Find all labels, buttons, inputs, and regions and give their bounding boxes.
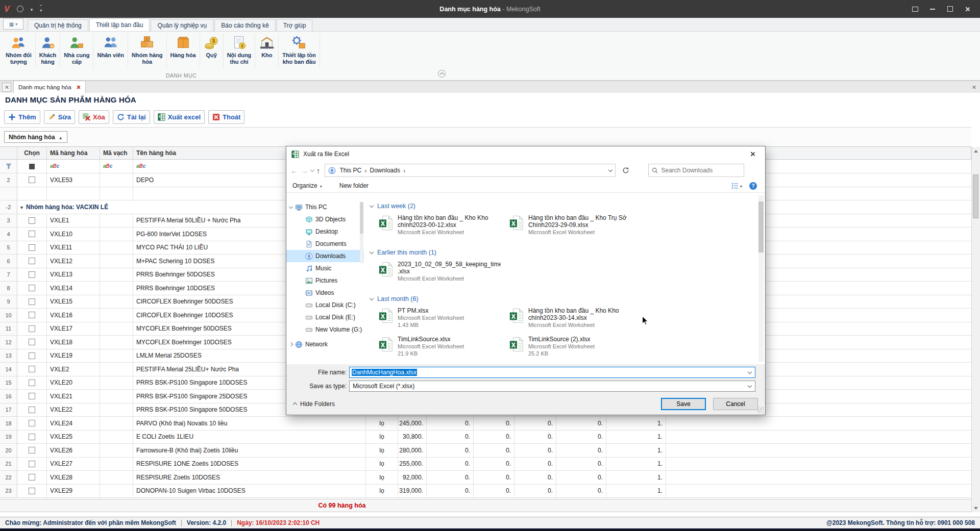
help-icon[interactable] <box>749 182 757 190</box>
row-checkbox[interactable] <box>29 461 35 467</box>
grouped-column-chip[interactable]: Nhóm hàng hóa <box>4 131 67 143</box>
ribbon-item-kh-ch-h-ng[interactable]: Khách hàng <box>36 34 61 68</box>
save-type-select[interactable]: Microsoft Excel (*.xlsx) <box>349 381 755 392</box>
tree-item-pictures[interactable]: Pictures <box>286 274 364 287</box>
ribbon-tab-b-o-c-o-th-ng-k[interactable]: Báo cáo thống kê <box>214 19 275 31</box>
grid-filter-cell[interactable] <box>47 160 100 173</box>
row-checkbox[interactable] <box>29 366 35 372</box>
search-box[interactable]: Search Downloads <box>648 164 744 177</box>
organize-button[interactable]: Organize <box>292 182 322 189</box>
tree-item-network[interactable]: Network <box>286 338 364 350</box>
grid-row-vxle27[interactable]: 21VXLE27RESPISURE 1ONE Zoetis 10DOSESlọ2… <box>0 458 971 471</box>
change-view-button[interactable] <box>731 182 742 189</box>
tabstrip-close-button[interactable] <box>972 84 976 91</box>
ribbon-tab-qu-n-l-nghi-p-v[interactable]: Quản lý nghiệp vụ <box>151 19 213 31</box>
grid-row-vxle28[interactable]: 22VXLE28RESPISURE Zoetis 10DOSESlọ92,000… <box>0 471 971 485</box>
ribbon-item-qu[interactable]: $Quỹ <box>200 34 224 68</box>
address-dropdown-icon[interactable] <box>608 167 612 171</box>
file-group-header-last-month-6[interactable]: Last month (6) <box>364 294 765 304</box>
grid-header-cell-3[interactable]: Mã vạch <box>100 147 133 159</box>
row-checkbox[interactable] <box>29 325 35 332</box>
back-button[interactable] <box>290 167 298 174</box>
fit-screen-button[interactable] <box>906 0 924 18</box>
tree-item-local-disk-e[interactable]: Local Disk (E:) <box>286 311 364 323</box>
cancel-button[interactable]: Cancel <box>713 398 758 410</box>
ribbon-tab-thi-t-l-p-ban-u[interactable]: Thiết lập ban đầu <box>89 18 150 31</box>
file-name-input[interactable]: DanhMucHangHoa.xlsx <box>349 367 755 378</box>
forward-button[interactable] <box>301 167 308 174</box>
new-folder-button[interactable]: New folder <box>339 182 369 189</box>
row-checkbox[interactable] <box>29 298 35 305</box>
chevron-down-icon[interactable] <box>31 6 33 13</box>
row-checkbox[interactable] <box>29 380 35 386</box>
row-checkbox[interactable] <box>29 339 35 345</box>
app-menu-button[interactable] <box>3 18 23 30</box>
tree-item-this-pc[interactable]: This PC <box>286 201 364 213</box>
ribbon-item-nh-m-h-ng-h-a[interactable]: Nhóm hàng hóa <box>128 34 167 68</box>
xu-t-excel-button[interactable]: Xuất excel <box>154 110 205 124</box>
row-checkbox[interactable] <box>29 176 35 183</box>
grid-vertical-scrollbar[interactable] <box>971 147 980 512</box>
ribbon-item-n-i-dung-thu-chi[interactable]: $Nội dung thu chi <box>224 34 256 68</box>
maximize-button[interactable] <box>941 0 959 18</box>
row-checkbox[interactable] <box>29 231 35 237</box>
ribbon-tab-qu-n-tr-h-th-ng[interactable]: Quản trị hệ thống <box>28 19 88 31</box>
s-a-button[interactable]: Sửa <box>44 110 75 124</box>
chevron-down-icon[interactable] <box>748 370 752 374</box>
row-checkbox[interactable] <box>29 407 35 413</box>
row-checkbox[interactable] <box>29 420 35 426</box>
recent-locations-icon[interactable] <box>310 167 314 171</box>
tho-t-button[interactable]: Thoát <box>208 110 244 124</box>
th-m-button[interactable]: Thêm <box>4 110 40 124</box>
scroll-up-icon[interactable] <box>972 147 980 155</box>
ribbon-item-h-ng-h-a[interactable]: Hàng hóa <box>167 34 200 68</box>
breadcrumb-item-this-pc[interactable]: This PC <box>339 167 363 174</box>
row-checkbox[interactable] <box>29 217 35 224</box>
refresh-icon[interactable] <box>622 167 629 174</box>
row-checkbox[interactable] <box>29 352 35 359</box>
file-list-scrollbar[interactable] <box>758 195 764 362</box>
close-tab-icon[interactable] <box>77 85 81 89</box>
select-all-checkbox[interactable] <box>29 164 35 169</box>
group-collapse-icon[interactable] <box>370 296 374 300</box>
hide-folders-button[interactable]: Hide Folders <box>293 400 335 408</box>
customize-toolbar-icon[interactable] <box>40 5 42 13</box>
x-a-button[interactable]: Xóa <box>79 110 109 124</box>
grid-filter-cell[interactable] <box>100 160 133 173</box>
scrollbar-thumb[interactable] <box>973 174 978 218</box>
group-collapse-icon[interactable] <box>370 203 374 207</box>
t-i-l-i-button[interactable]: Tải lại <box>113 110 150 124</box>
tree-item-documents[interactable]: Documents <box>286 238 364 250</box>
row-checkbox[interactable] <box>29 434 35 440</box>
file-item[interactable]: 2023_10_02_09_59_58_keeping_time .xlsxMi… <box>378 261 509 289</box>
up-button[interactable] <box>316 167 321 174</box>
ribbon-item-kho[interactable]: Kho <box>255 34 279 68</box>
grid-header-cell-2[interactable]: Mã hàng hóa <box>47 147 100 159</box>
tree-item-local-disk-c[interactable]: Local Disk (C:) <box>286 299 364 311</box>
tree-item-videos[interactable]: Videos <box>286 287 364 299</box>
grid-row-vxle26[interactable]: 20VXLE26Farrowsure-B (Khô thai) Zoetis 1… <box>0 444 971 458</box>
grid-row-vxle24[interactable]: 18VXLE24PARVO (Khô thai) Novatis 10 liều… <box>0 417 971 431</box>
file-item[interactable]: Hàng tồn kho ban đầu _ Kho Trụ Sở Chính2… <box>509 214 640 243</box>
save-button[interactable]: Save <box>661 398 706 410</box>
collapse-ribbon-button[interactable] <box>438 70 446 78</box>
ribbon-item-nh-cung-c-p[interactable]: Nhà cung cấp <box>60 34 93 68</box>
tree-item-desktop[interactable]: Desktop <box>286 225 364 238</box>
chevron-down-icon[interactable] <box>748 384 752 388</box>
ribbon-item-thi-t-l-p-t-n-kho-ban-u[interactable]: Thiết lập tồn kho ban đầu <box>279 34 320 68</box>
resize-grip[interactable] <box>757 407 764 414</box>
expand-chevron-icon[interactable] <box>289 342 293 346</box>
file-item[interactable]: TimLinkSource.xlsxMicrosoft Excel Worksh… <box>378 336 509 364</box>
grid-filter-cell[interactable] <box>17 160 47 173</box>
tree-item-downloads[interactable]: Downloads <box>286 250 364 262</box>
file-group-header-earlier-this-month-1[interactable]: Earlier this month (1) <box>364 247 765 258</box>
tree-item-music[interactable]: Music <box>286 262 364 274</box>
scroll-down-icon[interactable] <box>972 504 980 512</box>
expand-chevron-icon[interactable] <box>289 204 293 208</box>
grid-header-cell-1[interactable]: Chọn <box>17 147 47 159</box>
row-checkbox[interactable] <box>29 244 35 251</box>
record-circle-icon[interactable] <box>17 6 23 12</box>
collapse-triangle-icon[interactable] <box>20 204 23 211</box>
group-collapse-icon[interactable] <box>370 249 374 254</box>
file-item[interactable]: Hàng tồn kho ban đầu _ Kho Kho chính2023… <box>378 214 509 243</box>
